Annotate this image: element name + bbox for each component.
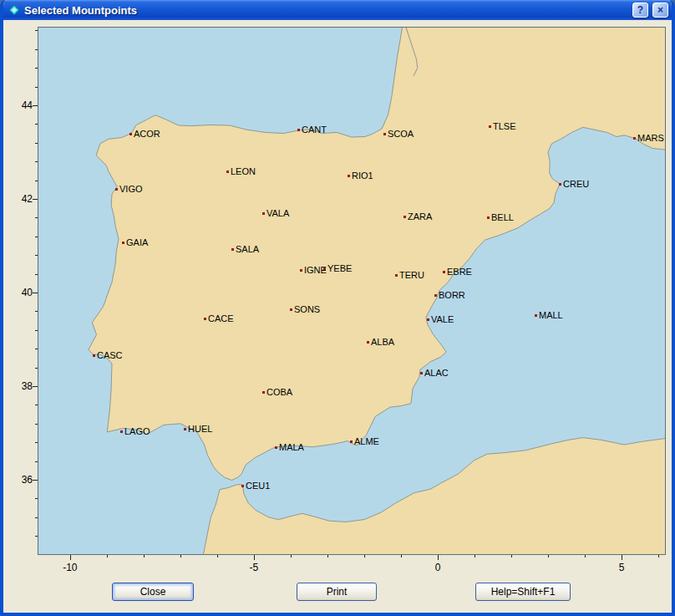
station-marker-mala	[275, 446, 277, 449]
close-button[interactable]: Close	[112, 583, 194, 601]
station-label-rio1: RIO1	[352, 170, 373, 181]
station-marker-bell	[487, 216, 490, 219]
y-tick-label: 36	[6, 474, 33, 486]
station-marker-casc	[93, 354, 95, 357]
title-bar[interactable]: Selected Mountpoints ? ×	[3, 0, 672, 20]
station-label-alme: ALME	[354, 435, 379, 447]
x-tick-label: 5	[619, 562, 625, 573]
y-tick-label: 42	[6, 193, 33, 205]
x-tick-label: -10	[63, 562, 77, 573]
station-label-gaia: GAIA	[126, 237, 148, 248]
station-marker-zara	[403, 216, 406, 218]
x-minor-tick	[291, 555, 292, 557]
station-marker-borr	[434, 294, 437, 297]
station-label-mars: MARS	[637, 132, 664, 144]
station-marker-layer: ACORVIGOGAIACASCLAGOHUELCACESALALEONCANT…	[38, 28, 665, 554]
station-marker-alba	[367, 341, 369, 344]
station-label-leon: LEON	[231, 165, 256, 177]
station-label-igne: IGNE	[304, 264, 327, 276]
x-minor-tick	[144, 555, 145, 557]
help-icon[interactable]: ?	[632, 3, 648, 18]
station-label-zara: ZARA	[408, 211, 432, 222]
station-label-mala: MALA	[279, 441, 304, 453]
y-tick-label: 40	[6, 287, 33, 298]
x-minor-tick	[658, 555, 659, 557]
station-label-lago: LAGO	[124, 425, 150, 437]
station-marker-tlse	[489, 125, 491, 128]
x-minor-tick	[107, 555, 108, 557]
station-label-creu: CREU	[563, 178, 589, 190]
x-minor-tick	[548, 555, 549, 557]
station-marker-mars	[633, 137, 636, 140]
x-tick	[438, 555, 439, 560]
station-marker-lago	[120, 430, 123, 433]
y-tick-label: 38	[6, 380, 33, 392]
station-label-cant: CANT	[302, 124, 327, 135]
close-icon[interactable]: ×	[652, 3, 668, 18]
station-label-scoa: SCOA	[388, 128, 414, 140]
x-tick-label: 0	[435, 562, 441, 573]
x-minor-tick	[401, 555, 402, 557]
station-marker-huel	[184, 428, 186, 430]
station-marker-acor	[129, 133, 132, 135]
station-label-ceu1: CEU1	[246, 480, 270, 491]
station-marker-alac	[420, 372, 423, 374]
station-marker-mall	[535, 314, 537, 317]
dialog-client-area: ACORVIGOGAIACASCLAGOHUELCACESALALEONCANT…	[3, 20, 672, 609]
station-marker-vigo	[115, 188, 118, 191]
y-tick-label: 44	[6, 99, 33, 111]
map-canvas: ACORVIGOGAIACASCLAGOHUELCACESALALEONCANT…	[38, 27, 666, 555]
station-marker-coba	[262, 391, 265, 394]
station-label-huel: HUEL	[188, 423, 212, 435]
station-marker-creu	[559, 183, 561, 186]
x-minor-tick	[180, 555, 181, 557]
station-label-sala: SALA	[236, 243, 259, 255]
x-minor-tick	[217, 555, 218, 557]
help-button[interactable]: Help=Shift+F1	[475, 583, 571, 601]
station-label-borr: BORR	[439, 289, 465, 301]
station-marker-sala	[231, 248, 234, 251]
station-marker-vale	[427, 318, 429, 321]
x-tick-label: -5	[250, 562, 259, 573]
x-minor-tick	[327, 555, 328, 557]
selected-mountpoints-window: Selected Mountpoints ? × ACORVIGOGAIACAS…	[0, 0, 675, 616]
station-marker-alme	[350, 440, 353, 443]
x-tick	[70, 555, 71, 560]
station-label-cace: CACE	[208, 313, 234, 324]
app-icon	[8, 4, 20, 16]
print-button[interactable]: Print	[297, 583, 377, 601]
station-marker-cace	[204, 318, 206, 320]
station-label-vala: VALA	[266, 207, 289, 219]
station-label-tlse: TLSE	[493, 120, 516, 132]
station-marker-igne	[300, 269, 302, 272]
station-label-coba: COBA	[266, 386, 292, 398]
station-marker-gaia	[122, 242, 124, 244]
station-marker-teru	[395, 274, 398, 277]
x-tick	[254, 555, 255, 560]
station-label-alba: ALBA	[371, 336, 394, 348]
station-label-sons: SONS	[294, 303, 320, 315]
station-marker-yebe	[323, 267, 326, 270]
station-marker-ceu1	[241, 485, 244, 487]
station-label-acor: ACOR	[134, 128, 160, 140]
station-label-vigo: VIGO	[119, 183, 143, 195]
x-tick	[622, 555, 622, 560]
station-marker-cant	[297, 129, 300, 131]
station-label-casc: CASC	[97, 349, 123, 361]
station-marker-vala	[262, 212, 265, 215]
station-marker-scoa	[383, 133, 386, 135]
window-title: Selected Mountpoints	[24, 4, 628, 17]
station-marker-ebre	[443, 271, 445, 273]
station-marker-sons	[290, 308, 292, 311]
station-label-yebe: YEBE	[327, 262, 352, 274]
x-minor-tick	[364, 555, 365, 557]
station-marker-leon	[226, 171, 229, 173]
station-label-mall: MALL	[539, 309, 563, 321]
x-minor-tick	[511, 555, 512, 557]
station-marker-rio1	[348, 175, 350, 177]
station-label-teru: TERU	[399, 269, 424, 281]
station-label-alac: ALAC	[424, 367, 449, 379]
x-minor-tick	[475, 555, 475, 557]
station-label-ebre: EBRE	[447, 266, 472, 277]
station-label-bell: BELL	[491, 211, 514, 223]
